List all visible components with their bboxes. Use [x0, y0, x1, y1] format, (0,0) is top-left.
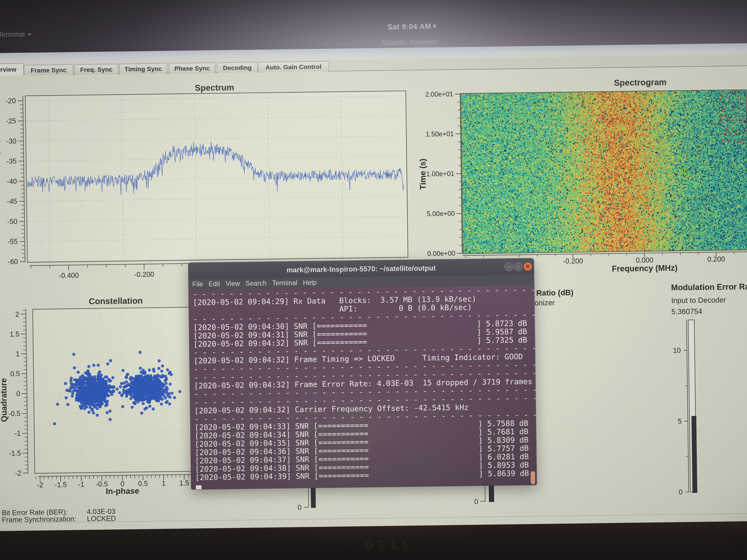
minimize-icon: –	[505, 263, 513, 271]
photo-of-laptop-screen: DELL Terminal Sat 9:04 AM Satellite Rece…	[0, 0, 747, 560]
laptop-display: Terminal Sat 9:04 AM Satellite Receiver …	[0, 0, 747, 531]
svg-text:2: 2	[15, 310, 19, 318]
svg-text:2.00e+01: 2.00e+01	[425, 90, 453, 98]
minimize-button[interactable]: –	[505, 262, 513, 271]
maximize-button[interactable]: □	[514, 262, 522, 271]
svg-text:-50: -50	[7, 218, 18, 225]
svg-text:-0.400: -0.400	[59, 271, 79, 279]
svg-text:10: 10	[673, 346, 681, 354]
svg-text:-55: -55	[7, 238, 18, 245]
svg-text:0.00e+00: 0.00e+00	[427, 249, 455, 258]
terminal-window: mark@mark-Inspiron-5570: ~/satellite/out…	[188, 258, 537, 489]
svg-text:0.5: 0.5	[138, 480, 148, 487]
terminal-scrollbar-thumb[interactable]	[531, 471, 535, 484]
svg-text:-40: -40	[7, 178, 17, 185]
dell-logo: DELL	[353, 538, 427, 552]
terminal-text: - - - - - - - - - - - - - - - - - - - - …	[193, 286, 537, 482]
svg-text:-0.5: -0.5	[96, 480, 108, 488]
svg-text:0.5: 0.5	[10, 370, 20, 378]
svg-text:-1.5: -1.5	[9, 449, 21, 457]
terminal-menu-help[interactable]: Help	[303, 277, 317, 288]
svg-text:-20: -20	[5, 97, 16, 105]
svg-text:0: 0	[121, 480, 125, 488]
svg-text:-2: -2	[37, 481, 43, 489]
svg-text:-2: -2	[15, 469, 21, 477]
terminal-body[interactable]: - - - - - - - - - - - - - - - - - - - - …	[188, 285, 537, 489]
svg-text:-35: -35	[6, 157, 17, 165]
svg-text:1: 1	[162, 479, 166, 487]
tab-overview[interactable]: Overview	[0, 63, 24, 76]
svg-text:1.50e+01: 1.50e+01	[426, 130, 454, 138]
svg-text:-25: -25	[6, 117, 16, 125]
svg-text:5: 5	[678, 418, 682, 425]
svg-text:0: 0	[16, 390, 20, 398]
svg-text:-0.5: -0.5	[8, 410, 21, 418]
terminal-menu-view[interactable]: View	[226, 278, 240, 289]
svg-text:0: 0	[474, 498, 479, 506]
svg-text:-1: -1	[78, 481, 84, 488]
terminal-menu-file[interactable]: File	[192, 279, 203, 289]
svg-text:-1.5: -1.5	[55, 481, 67, 489]
terminal-menu-search[interactable]: Search	[246, 278, 267, 289]
svg-text:1.5: 1.5	[179, 479, 189, 487]
svg-text:5.00e+00: 5.00e+00	[427, 210, 455, 218]
svg-text:-45: -45	[7, 197, 17, 205]
svg-text:0: 0	[679, 488, 683, 496]
svg-text:-60: -60	[8, 258, 18, 266]
terminal-menu-edit[interactable]: Edit	[208, 279, 220, 289]
svg-text:-0.200: -0.200	[563, 257, 583, 265]
svg-text:0: 0	[298, 504, 302, 511]
svg-text:1: 1	[16, 350, 20, 358]
svg-text:0.000: 0.000	[636, 256, 653, 264]
close-icon: ✕	[524, 263, 532, 271]
svg-text:1.00e+01: 1.00e+01	[426, 170, 455, 178]
svg-text:0.200: 0.200	[707, 255, 725, 263]
svg-text:-30: -30	[6, 137, 16, 145]
svg-text:-1: -1	[15, 429, 21, 437]
svg-text:1.5: 1.5	[10, 330, 20, 338]
terminal-cursor	[196, 485, 202, 489]
close-button[interactable]: ✕	[523, 262, 532, 271]
svg-text:-0.200: -0.200	[134, 271, 154, 278]
maximize-icon: □	[514, 263, 522, 271]
terminal-menu-terminal[interactable]: Terminal	[272, 277, 298, 288]
